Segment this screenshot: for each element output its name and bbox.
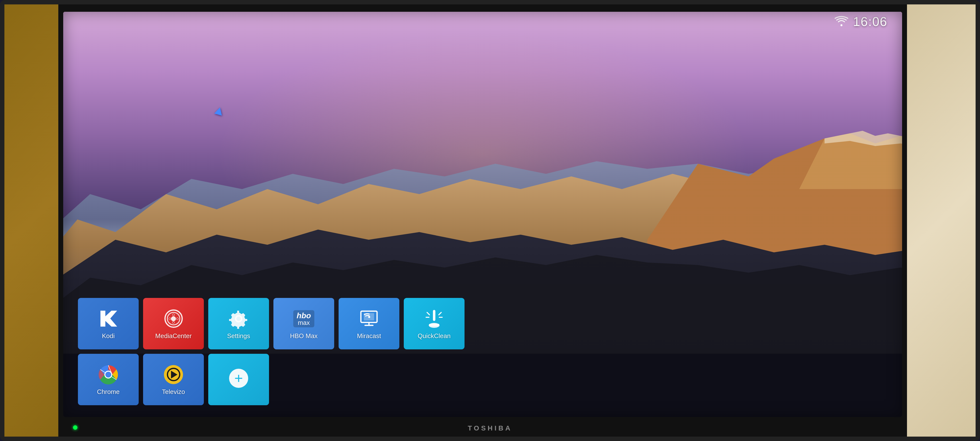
svg-line-22 xyxy=(439,312,441,315)
tv-frame: TOSHIBA xyxy=(0,0,980,441)
app-televizo[interactable]: Televizo xyxy=(143,354,204,405)
film-reel xyxy=(167,312,180,325)
mediacenter-icon xyxy=(164,309,183,328)
svg-point-30 xyxy=(105,372,111,377)
app-miracast[interactable]: Miracast xyxy=(339,298,399,349)
app-row-2: Chrome Televizo xyxy=(78,354,888,405)
mediacenter-icon-area xyxy=(162,308,185,330)
status-bar: 16:06 xyxy=(63,12,902,31)
app-hbomax[interactable]: hbo max HBO Max xyxy=(274,298,334,349)
app-add[interactable]: + xyxy=(208,354,269,405)
settings-gear-icon xyxy=(229,309,249,329)
settings-label: Settings xyxy=(227,332,250,340)
svg-rect-18 xyxy=(433,310,435,321)
svg-rect-20 xyxy=(429,324,439,326)
add-icon-area: + xyxy=(228,367,250,389)
reel-hole-bottom xyxy=(172,321,175,324)
televizo-icon xyxy=(164,365,183,384)
quickclean-icon xyxy=(424,309,444,329)
kodi-icon xyxy=(98,308,119,329)
tv-brand: TOSHIBA xyxy=(468,424,512,432)
app-mediacenter[interactable]: MediaCenter xyxy=(143,298,204,349)
chrome-label: Chrome xyxy=(97,388,119,396)
chrome-icon xyxy=(98,365,118,385)
app-quickclean[interactable]: QuickClean xyxy=(404,298,465,349)
app-chrome[interactable]: Chrome xyxy=(78,354,139,405)
svg-marker-12 xyxy=(100,310,117,326)
svg-point-11 xyxy=(840,24,842,26)
svg-point-17 xyxy=(368,316,370,318)
app-kodi[interactable]: Kodi xyxy=(78,298,139,349)
max-text: max xyxy=(298,320,310,326)
app-settings[interactable]: Settings xyxy=(208,298,269,349)
miracast-label: Miracast xyxy=(357,332,381,340)
status-icons: 16:06 xyxy=(835,14,888,29)
wall-right xyxy=(907,5,975,436)
app-grid: Kodi MediaCenter xyxy=(78,298,888,410)
quickclean-icon-area xyxy=(423,308,445,330)
hbomax-icon-area: hbo max xyxy=(293,308,315,330)
televizo-inner xyxy=(167,368,180,381)
miracast-icon xyxy=(359,309,379,329)
televizo-play-icon xyxy=(171,371,177,379)
quickclean-label: QuickClean xyxy=(418,332,450,340)
time-display: 16:06 xyxy=(853,14,888,29)
hbo-text: hbo xyxy=(297,312,311,320)
app-row-1: Kodi MediaCenter xyxy=(78,298,888,349)
mediacenter-label: MediaCenter xyxy=(155,332,192,340)
wifi-icon xyxy=(835,16,848,28)
miracast-icon-area xyxy=(358,308,380,330)
televizo-label: Televizo xyxy=(162,388,185,396)
screen: 16:06 Kodi xyxy=(63,12,902,417)
wall-left xyxy=(5,5,58,436)
reel-hole-right xyxy=(176,317,178,320)
chrome-icon-area xyxy=(97,364,119,385)
kodi-icon-area xyxy=(97,308,119,330)
settings-icon-area xyxy=(228,308,250,330)
svg-line-21 xyxy=(427,312,430,315)
hbomax-icon: hbo max xyxy=(293,310,315,327)
power-led xyxy=(73,425,78,430)
hbomax-label: HBO Max xyxy=(290,332,318,340)
reel-hole-left xyxy=(169,317,171,320)
televizo-icon-area xyxy=(162,364,185,385)
add-circle-icon: + xyxy=(229,369,248,388)
reel-hole-top xyxy=(172,314,175,316)
kodi-label: Kodi xyxy=(102,332,115,340)
